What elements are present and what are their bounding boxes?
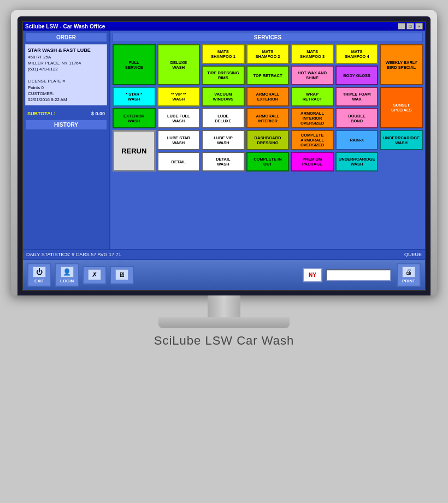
customer-label: CUSTOMER:: [28, 91, 104, 97]
undercarridge-wash2-button[interactable]: UNDERRCARIDGEWASH: [335, 152, 379, 171]
screen-icon: 🖥: [115, 269, 128, 280]
title-bar: Scilube LSW - Car Wash Office - □ ×: [23, 22, 425, 31]
minimize-button[interactable]: -: [398, 23, 405, 29]
exit-icon: ⏻: [33, 267, 46, 277]
maximize-button[interactable]: □: [406, 23, 414, 29]
mats-shampoo1-button[interactable]: MATSSHAMPOO 1: [202, 44, 245, 64]
monitor-stand-neck: [208, 295, 240, 317]
datetime: 02/01/2016 9:22 AM: [28, 97, 104, 103]
lube-full-wash-button[interactable]: LUBE FULLWASH: [157, 108, 201, 128]
address1: 450 RT 25A: [28, 54, 104, 60]
double-bond-button[interactable]: DOUBLEBOND: [335, 108, 379, 128]
mats-shampoo4-button[interactable]: MATSSHAMPOO 4: [335, 44, 379, 64]
star-wash-button[interactable]: * STAR *WASH: [113, 87, 156, 106]
rerun-button[interactable]: RERUN: [113, 130, 156, 171]
license-label: LICENSE PLATE #: [28, 78, 104, 84]
triple-foam-wax-button[interactable]: TRIPLE FOAMWAX: [335, 87, 379, 106]
business-name: STAR WASH & FAST LUBE: [28, 47, 104, 54]
order-info: STAR WASH & FAST LUBE 450 RT 25A MILLER …: [25, 44, 107, 105]
hot-wax-button[interactable]: HOT WAX ANDSHINE: [291, 66, 334, 85]
armorall-exterior-button[interactable]: ARMORALLEXTERIOR: [246, 87, 290, 106]
print-icon: 🖨: [402, 267, 415, 277]
screen-button[interactable]: 🖥: [110, 266, 134, 285]
empty-cell: [380, 152, 423, 171]
close-button[interactable]: ×: [415, 23, 423, 29]
mats-shampoo3-button[interactable]: MATSSHAMPOO 3: [291, 44, 334, 64]
exterior-wash-button[interactable]: EXTERIORWASH: [113, 108, 156, 128]
screen-bezel: Scilube LSW - Car Wash Office - □ × ORDE…: [17, 16, 431, 295]
exit-label: EXIT: [34, 279, 44, 283]
services-panel: SERVICES FULLSERVICE DELUXEWASH MATSSHAM…: [110, 31, 425, 249]
window-title: Scilube LSW - Car Wash Office: [25, 23, 105, 29]
login-label: LOGIN: [60, 279, 74, 283]
order-panel: ORDER STAR WASH & FAST LUBE 450 RT 25A M…: [23, 31, 110, 249]
detail-button[interactable]: DETAIL: [157, 152, 201, 171]
subtotal-value: $ 0.00: [91, 111, 105, 116]
exit-button[interactable]: ⏻ EXIT: [27, 263, 51, 287]
queue-label: QUEUE: [404, 252, 422, 257]
order-header: ORDER: [25, 33, 107, 42]
vip-wash-button[interactable]: ** VIP **WASH: [157, 87, 201, 106]
tire-dressing-button[interactable]: TIRE DRESSINGRIMS: [202, 66, 245, 85]
address2: MILLER PLACE, NY 11764: [28, 60, 104, 66]
history-button[interactable]: HISTORY: [25, 120, 107, 130]
subtotal-row: SUBTOTAL: $ 0.00: [25, 110, 107, 117]
screen: Scilube LSW - Car Wash Office - □ × ORDE…: [22, 21, 426, 291]
state-flag: NY: [303, 268, 322, 282]
detail-wash-button[interactable]: DETAILWASH: [202, 152, 245, 171]
lube-deluxe-button[interactable]: LUBEDELUXE: [202, 108, 245, 128]
daily-stats: DAILY STATISTICS: # CARS 57 AVG 17.71: [26, 252, 121, 257]
lube-star-wash-button[interactable]: LUBE STARWASH: [157, 130, 201, 150]
weekly-early-bird-button[interactable]: WEEKLY EARLYBIRD SPECIAL: [380, 44, 423, 85]
dashboard-dressing-button[interactable]: DASHBOARDDRESSING: [246, 130, 290, 150]
login-icon: 👤: [61, 267, 74, 277]
wrap-retract-button[interactable]: WRAPRETRACT: [291, 87, 334, 106]
monitor-stand-base: [158, 317, 290, 328]
status-bar: DAILY STATISTICS: # CARS 57 AVG 17.71 QU…: [23, 249, 425, 259]
undercarriage-wash-button[interactable]: UNDERRCARIDGEWASH: [380, 130, 423, 150]
sunset-specials-button[interactable]: SUNSETSPECIALS: [380, 87, 423, 128]
armorall-interior-oversized-button[interactable]: ARMORALLINTERIOROVERSIZED: [291, 108, 334, 128]
search-input[interactable]: [326, 269, 391, 281]
services-grid: FULLSERVICE DELUXEWASH MATSSHAMPOO 1 MAT…: [113, 44, 423, 171]
full-service-button[interactable]: FULLSERVICE: [113, 44, 156, 85]
rain-x-button[interactable]: RAIN-X: [335, 130, 379, 150]
login-button[interactable]: 👤 LOGIN: [55, 263, 79, 287]
monitor: Scilube LSW - Car Wash Office - □ × ORDE…: [11, 10, 437, 295]
body-gloss-button[interactable]: BODY GLOSS: [335, 66, 379, 85]
deluxe-wash-button[interactable]: DELUXEWASH: [157, 44, 201, 85]
lube-vip-wash-button[interactable]: LUBE VIPWASH: [202, 130, 245, 150]
phone: (631) 473-8122: [28, 66, 104, 72]
complete-in-out-button[interactable]: COMPLETE INOUT: [246, 152, 290, 171]
mats-shampoo2-button[interactable]: MATSSHAMPOO 2: [246, 44, 290, 64]
top-retract-button[interactable]: TOP RETRACT: [246, 66, 290, 85]
premium-package-button[interactable]: PREMIUMPACKAGE: [291, 152, 334, 171]
window-controls: - □ ×: [398, 23, 423, 29]
app-area: ORDER STAR WASH & FAST LUBE 450 RT 25A M…: [23, 31, 425, 249]
print-button[interactable]: 🖨 PRINT: [397, 263, 421, 287]
complete-armorall-oversized-button[interactable]: COMPLETEARMORALLOVERSIZED: [291, 130, 334, 150]
vacuum-windows-button[interactable]: VACUUMWINDOWS: [202, 87, 245, 106]
taskbar: ⏻ EXIT 👤 LOGIN ✗ 🖥 NY: [23, 259, 425, 290]
clear-button[interactable]: ✗: [82, 266, 107, 285]
monitor-label: SciLube LSW Car Wash: [154, 334, 294, 348]
armorall-interior-button[interactable]: ARMORALLINTERIOR: [246, 108, 290, 128]
subtotal-label: SUBTOTAL:: [27, 111, 55, 116]
clear-icon: ✗: [88, 269, 101, 280]
services-header: SERVICES: [113, 33, 423, 42]
print-label: PRINT: [402, 279, 415, 283]
points-label: Points 0: [28, 85, 104, 91]
